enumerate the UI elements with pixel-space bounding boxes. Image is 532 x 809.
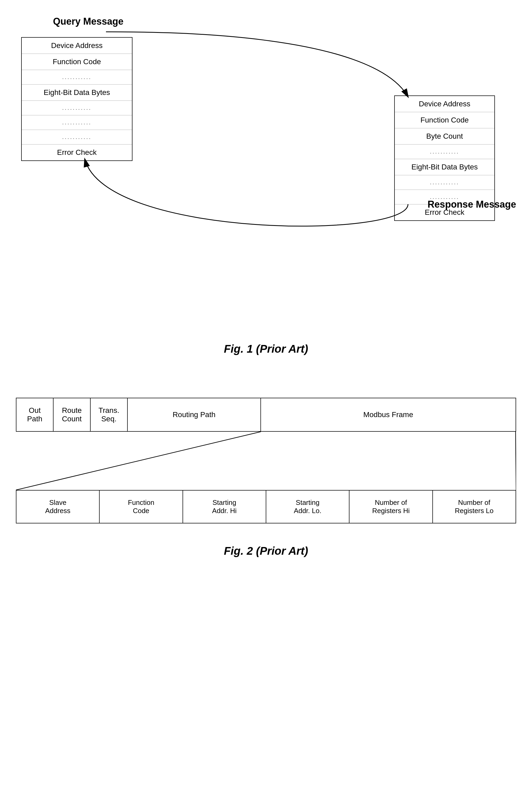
query-box-row: ........... (22, 101, 132, 115)
modbus-cell-starting-addr-lo: Starting Addr. Lo. (266, 490, 350, 523)
response-box-row: Eight-Bit Data Bytes (395, 159, 494, 175)
response-box-row: ........... (395, 175, 494, 190)
svg-line-3 (516, 432, 516, 490)
modbus-cell-function-code: Function Code (100, 490, 183, 523)
query-box-row: Eight-Bit Data Bytes (22, 85, 132, 101)
response-box-row: Function Code (395, 112, 494, 128)
expand-area (16, 432, 516, 490)
query-box: Device AddressFunction Code...........Ei… (21, 37, 132, 161)
query-box-row: ........... (22, 70, 132, 85)
response-message-label: Response Message (428, 199, 516, 210)
fig1-section: Query Message Device AddressFunction Cod… (0, 0, 532, 371)
query-box-row: Error Check (22, 144, 132, 160)
fig2-caption: Fig. 2 (Prior Art) (16, 545, 516, 557)
query-box-row: Device Address (22, 38, 132, 54)
routing-cell-route-count: Route Count (54, 398, 91, 431)
response-box-row: Byte Count (395, 128, 494, 144)
routing-cell-out-path: Out Path (16, 398, 54, 431)
routing-cell-routing-path: Routing Path (128, 398, 261, 431)
fig2-section: Out PathRoute CountTrans. Seq.Routing Pa… (0, 382, 532, 579)
routing-table: Out PathRoute CountTrans. Seq.Routing Pa… (16, 398, 516, 432)
routing-cell-modbus-frame: Modbus Frame (261, 398, 516, 431)
modbus-cell-starting-addr-hi: Starting Addr. Hi (183, 490, 266, 523)
routing-cell-trans-seq: Trans. Seq. (91, 398, 128, 431)
modbus-cell-slave-address: Slave Address (16, 490, 100, 523)
response-box-row: ........... (395, 144, 494, 159)
modbus-table: Slave AddressFunction CodeStarting Addr.… (16, 490, 516, 523)
query-box-row: ........... (22, 115, 132, 130)
response-box-row: Device Address (395, 96, 494, 112)
svg-line-2 (16, 432, 261, 490)
query-message-label: Query Message (53, 16, 123, 27)
expand-lines-svg (16, 432, 516, 490)
query-box-row: Function Code (22, 54, 132, 70)
modbus-cell-number-registers-lo: Number of Registers Lo (433, 490, 516, 523)
query-box-row: ........... (22, 130, 132, 144)
fig1-caption: Fig. 1 (Prior Art) (224, 343, 308, 355)
modbus-cell-number-registers-hi: Number of Registers Hi (350, 490, 433, 523)
